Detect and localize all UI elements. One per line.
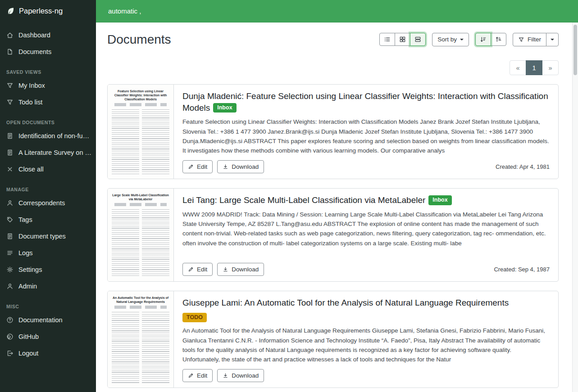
- paperless-logo-icon: [6, 7, 15, 15]
- chevron-down-icon: [551, 39, 554, 41]
- document-title[interactable]: Dunja Mladenić: Feature Selection using …: [182, 90, 550, 113]
- github-icon: [6, 333, 14, 340]
- pagination-prev-button[interactable]: «: [510, 60, 526, 75]
- tag-icon: [6, 216, 14, 223]
- close-icon: [6, 166, 14, 173]
- app-brand[interactable]: Paperless-ng: [0, 0, 96, 22]
- document-title[interactable]: Giuseppe Lami: An Automatic Tool for the…: [182, 297, 550, 309]
- thumbnail-title: Feature Selection using Linear Classifie…: [112, 89, 169, 101]
- sidebar-item-close-all[interactable]: Close all: [0, 161, 96, 177]
- sidebar-item-github[interactable]: GitHub: [0, 328, 96, 345]
- document-thumbnail[interactable]: Feature Selection using Linear Classifie…: [108, 85, 174, 179]
- sort-descending-button[interactable]: [475, 33, 491, 46]
- document-snippet: Feature Selection using Linear Classifie…: [182, 117, 550, 155]
- sidebar-item-label: Logs: [18, 249, 32, 257]
- sidebar-item-document-types[interactable]: Document types: [0, 228, 96, 244]
- person-icon: [6, 199, 14, 207]
- document-title[interactable]: Lei Tang: Large Scale Multi-Label Classi…: [182, 194, 550, 206]
- sidebar-item-logs[interactable]: Logs: [0, 244, 96, 261]
- sidebar-section-misc: MISC: [6, 304, 90, 309]
- sidebar-item-open-doc-2[interactable]: A Literature Survey on …: [0, 144, 96, 161]
- sidebar-item-settings[interactable]: Settings: [0, 261, 96, 278]
- sidebar-item-label: Logout: [18, 350, 38, 357]
- funnel-icon: [6, 82, 14, 89]
- search-input[interactable]: [96, 0, 578, 22]
- sidebar-item-admin[interactable]: Admin: [0, 278, 96, 294]
- sidebar-section-open-documents: OPEN DOCUMENTS: [6, 120, 90, 125]
- sidebar-item-label: Identification of non-fu…: [18, 132, 89, 140]
- sidebar-item-label: Todo list: [18, 99, 42, 106]
- thumbnail-title: An Automatic Tool for the Analysis of Na…: [112, 296, 169, 304]
- document-card: Feature Selection using Linear Classifie…: [107, 84, 559, 179]
- gear-icon: [6, 266, 14, 273]
- sidebar-item-documents[interactable]: Documents: [0, 43, 96, 60]
- pagination-next-button[interactable]: »: [542, 60, 559, 75]
- filter-dropdown-toggle[interactable]: [546, 33, 559, 46]
- thumbnail-page-preview: [112, 312, 169, 384]
- documents-page: Documents: [96, 23, 572, 392]
- sort-by-button[interactable]: Sort by: [432, 33, 469, 46]
- sidebar-item-correspondents[interactable]: Correspondents: [0, 194, 96, 211]
- filter-label: Filter: [528, 36, 541, 43]
- sidebar-item-label: Close all: [18, 166, 44, 173]
- sidebar-item-label: Dashboard: [18, 32, 50, 39]
- sidebar-item-label: Admin: [18, 283, 37, 290]
- sort-ascending-button[interactable]: [491, 33, 506, 46]
- pencil-icon: [188, 164, 194, 170]
- funnel-icon: [6, 99, 14, 106]
- download-icon: [223, 266, 228, 272]
- edit-button[interactable]: Edit: [182, 160, 213, 174]
- file-text-icon: [6, 149, 14, 156]
- document-thumbnail[interactable]: Large Scale Multi-Label Classification v…: [108, 189, 174, 281]
- download-button[interactable]: Download: [217, 160, 264, 174]
- created-date: Created: Sep 4, 1987: [494, 266, 550, 273]
- house-icon: [6, 32, 14, 39]
- document-thumbnail[interactable]: An Automatic Tool for the Analysis of Na…: [108, 291, 174, 387]
- funnel-icon: [518, 36, 524, 43]
- list-icon: [6, 249, 14, 257]
- file-text-icon: [6, 233, 14, 240]
- tag-badge-todo[interactable]: TODO: [182, 313, 207, 323]
- question-circle-icon: [6, 316, 14, 324]
- sidebar-section-manage: MANAGE: [6, 187, 90, 192]
- sidebar-item-dashboard[interactable]: Dashboard: [0, 27, 96, 43]
- sidebar-item-label: My Inbox: [18, 82, 45, 89]
- sidebar-item-logout[interactable]: Logout: [0, 345, 96, 361]
- sort-descending-icon: [480, 36, 487, 43]
- sidebar-item-tags[interactable]: Tags: [0, 211, 96, 228]
- page-title: Documents: [107, 32, 171, 47]
- topbar: [96, 0, 578, 23]
- view-list-button[interactable]: [379, 33, 395, 46]
- person-icon: [6, 283, 14, 290]
- edit-button[interactable]: Edit: [182, 263, 213, 276]
- sidebar-item-documentation[interactable]: Documentation: [0, 311, 96, 328]
- file-icon: [6, 48, 14, 55]
- filter-button[interactable]: Filter: [513, 33, 546, 46]
- sidebar-item-label: Settings: [18, 266, 42, 273]
- file-text-icon: [6, 132, 14, 140]
- sidebar-section-saved-views: SAVED VIEWS: [6, 69, 90, 75]
- view-toggle-group: [379, 33, 426, 46]
- pagination-page-1-button[interactable]: 1: [526, 60, 542, 75]
- view-details-button[interactable]: [410, 33, 426, 46]
- scrollbar-track[interactable]: [572, 23, 578, 392]
- sidebar: Paperless-ng Dashboard Documents SAVED V…: [0, 0, 96, 392]
- sort-direction-group: [475, 33, 506, 46]
- download-button[interactable]: Download: [217, 263, 264, 276]
- tag-badge-inbox[interactable]: Inbox: [213, 103, 236, 113]
- sidebar-item-open-doc-1[interactable]: Identification of non-fu…: [0, 127, 96, 144]
- sort-by-label: Sort by: [437, 36, 457, 43]
- document-card: An Automatic Tool for the Analysis of Na…: [107, 291, 559, 388]
- edit-button[interactable]: Edit: [182, 369, 213, 383]
- scrollbar-thumb[interactable]: [573, 25, 577, 75]
- document-card: Large Scale Multi-Label Classification v…: [107, 188, 559, 282]
- download-icon: [223, 373, 228, 378]
- sidebar-item-my-inbox[interactable]: My Inbox: [0, 77, 96, 94]
- tag-badge-inbox[interactable]: Inbox: [428, 195, 451, 205]
- download-button[interactable]: Download: [217, 369, 264, 383]
- view-grid-button[interactable]: [395, 33, 410, 46]
- sidebar-item-todo-list[interactable]: Todo list: [0, 94, 96, 110]
- thumbnail-title: Large Scale Multi-Label Classification v…: [112, 193, 169, 201]
- sidebar-item-label: Correspondents: [18, 199, 65, 207]
- logout-icon: [6, 350, 14, 357]
